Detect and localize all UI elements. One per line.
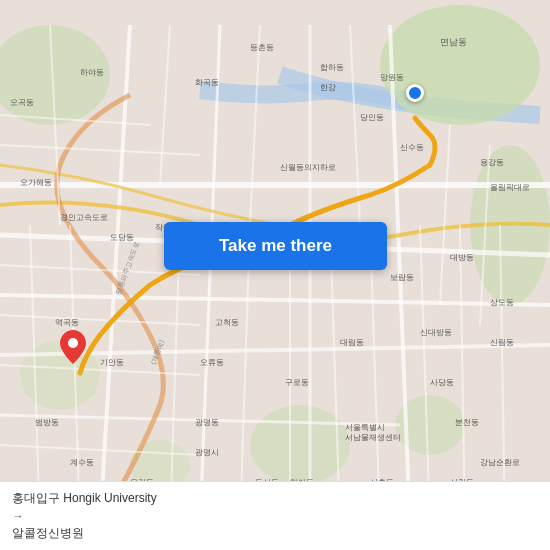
svg-text:상도동: 상도동 [490, 298, 514, 307]
svg-text:오류동: 오류동 [200, 358, 224, 367]
svg-text:광명시: 광명시 [195, 448, 219, 457]
svg-text:기안동: 기안동 [100, 358, 124, 367]
svg-text:면남동: 면남동 [440, 37, 467, 47]
svg-text:대림동: 대림동 [340, 338, 364, 347]
map-background: 면남동 망원동 합하동 등촌동 화곡동 하야동 오곡동 오가해동 경인고속도로 … [0, 0, 550, 550]
svg-text:신월동의지하로: 신월동의지하로 [280, 163, 336, 172]
svg-text:한강: 한강 [320, 83, 336, 92]
destination-marker [60, 330, 86, 368]
svg-text:대방동: 대방동 [450, 253, 474, 262]
svg-text:고척동: 고척동 [215, 318, 239, 327]
svg-text:신수동: 신수동 [400, 143, 424, 152]
svg-text:오가해동: 오가해동 [20, 178, 52, 187]
take-me-there-button[interactable]: Take me there [164, 222, 387, 270]
svg-text:하야동: 하야동 [80, 68, 104, 77]
svg-point-83 [68, 338, 78, 348]
svg-text:구로동: 구로동 [285, 378, 309, 387]
svg-text:신대방동: 신대방동 [420, 328, 452, 337]
svg-text:범방동: 범방동 [35, 418, 59, 427]
svg-text:오곡동: 오곡동 [10, 98, 34, 107]
svg-text:화곡동: 화곡동 [195, 78, 219, 87]
bottom-navigation-bar: 홍대입구 Hongik University → 알콜정신병원 [0, 481, 550, 550]
svg-text:역곡동: 역곡동 [55, 318, 79, 327]
route-from-label: 홍대입구 Hongik University [12, 490, 157, 507]
map-container: 면남동 망원동 합하동 등촌동 화곡동 하야동 오곡동 오가해동 경인고속도로 … [0, 0, 550, 550]
svg-text:당인동: 당인동 [360, 113, 384, 122]
svg-text:광명동: 광명동 [195, 418, 219, 427]
svg-point-1 [380, 5, 540, 125]
svg-text:보람동: 보람동 [390, 273, 414, 282]
svg-point-4 [250, 405, 350, 485]
svg-text:강남순환로: 강남순환로 [480, 458, 520, 467]
svg-text:계수동: 계수동 [70, 458, 94, 467]
svg-text:등촌동: 등촌동 [250, 43, 274, 52]
svg-text:용강동: 용강동 [480, 158, 504, 167]
svg-text:서남물재생센터: 서남물재생센터 [345, 433, 401, 442]
svg-text:망원동: 망원동 [380, 73, 404, 82]
svg-text:올림픽대로: 올림픽대로 [490, 183, 530, 192]
svg-text:경인고속도로: 경인고속도로 [60, 213, 108, 222]
svg-text:도당동: 도당동 [110, 233, 134, 242]
route-arrow-icon: → [12, 509, 157, 523]
svg-text:서울특별시: 서울특별시 [345, 423, 385, 432]
svg-text:신림동: 신림동 [490, 338, 514, 347]
svg-text:분천동: 분천동 [455, 418, 479, 427]
svg-text:사당동: 사당동 [430, 378, 454, 387]
route-to-label: 알콜정신병원 [12, 525, 157, 542]
origin-marker [406, 84, 424, 102]
svg-text:합하동: 합하동 [320, 63, 344, 72]
